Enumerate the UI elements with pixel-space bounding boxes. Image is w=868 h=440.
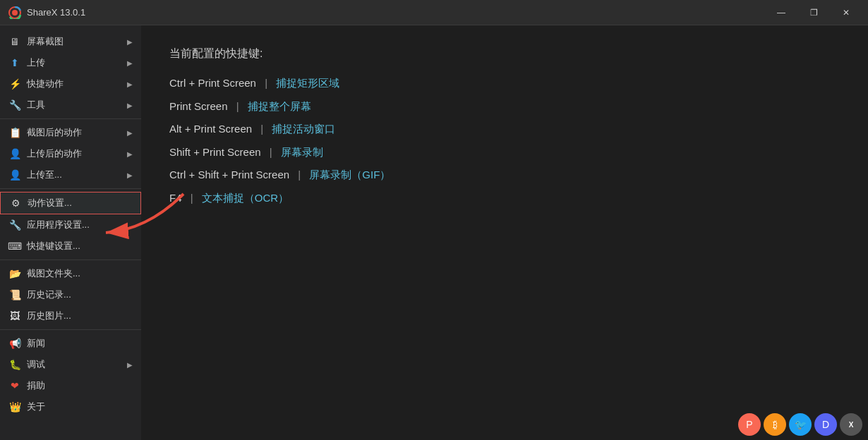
- workflow-icon: ⚡: [8, 78, 21, 90]
- appsettings-label: 应用程序设置...: [27, 219, 133, 231]
- sharex-button[interactable]: X: [840, 413, 862, 436]
- shortcut-action-4: 屏幕录制: [281, 146, 323, 158]
- shortcut-item-1: Ctrl + Print Screen | 捕捉矩形区域: [169, 75, 840, 92]
- sidebar-item-aftercapture[interactable]: 📋 截图后的动作 ▶: [0, 122, 141, 143]
- sidebar-item-appsettings[interactable]: 🔧 应用程序设置...: [0, 214, 141, 236]
- twitter-button[interactable]: 🐦: [789, 413, 812, 436]
- sidebar-item-upload[interactable]: ⬆ 上传 ▶: [0, 52, 141, 73]
- debug-arrow: ▶: [127, 361, 133, 369]
- sidebar-item-workflow[interactable]: ⚡ 快捷动作 ▶: [0, 73, 141, 94]
- shortcut-list: Ctrl + Print Screen | 捕捉矩形区域 Print Scree…: [169, 75, 840, 206]
- news-label: 新闻: [27, 337, 133, 350]
- shortcut-sep-1: |: [265, 77, 270, 89]
- shortcut-key-2: Print Screen: [169, 100, 228, 112]
- discord-button[interactable]: D: [814, 413, 837, 436]
- tools-label: 工具: [27, 99, 121, 111]
- sidebar-item-capturefolder[interactable]: 📂 截图文件夹...: [0, 263, 141, 284]
- upload-icon: ⬆: [8, 56, 21, 69]
- upload-arrow: ▶: [127, 59, 133, 67]
- sidebar-item-debug[interactable]: 🐛 调试 ▶: [0, 354, 141, 375]
- shortcut-item-5: Ctrl + Shift + Print Screen | 屏幕录制（GIF）: [169, 167, 840, 183]
- shortcut-key-3: Alt + Print Screen: [169, 123, 252, 135]
- bottom-bar: P ₿ 🐦 D X: [733, 409, 868, 440]
- afterupload-label: 上传后的动作: [27, 147, 121, 160]
- svg-point-1: [12, 10, 18, 16]
- workflow-arrow: ▶: [127, 80, 133, 88]
- afterupload-arrow: ▶: [127, 150, 133, 158]
- shortcut-action-6: 文本捕捉（OCR）: [202, 192, 289, 204]
- sidebar-item-capture[interactable]: 🖥 屏幕截图 ▶: [0, 31, 141, 52]
- about-icon: 👑: [8, 401, 21, 413]
- shortcut-key-4: Shift + Print Screen: [169, 146, 261, 158]
- shortcut-action-5: 屏幕录制（GIF）: [309, 169, 390, 181]
- sidebar: 🖥 屏幕截图 ▶ ⬆ 上传 ▶ ⚡ 快捷动作 ▶ 🔧 工具 ▶ 📋 截图后的动作…: [0, 25, 141, 440]
- capture-arrow: ▶: [127, 38, 133, 46]
- about-label: 关于: [27, 401, 133, 413]
- imagehistory-label: 历史图片...: [27, 310, 133, 322]
- donate-label: 捐助: [27, 379, 133, 392]
- hotkeys-label: 快捷键设置...: [27, 240, 133, 252]
- sidebar-item-afterupload[interactable]: 👤 上传后的动作 ▶: [0, 143, 141, 164]
- main-content: 🖥 屏幕截图 ▶ ⬆ 上传 ▶ ⚡ 快捷动作 ▶ 🔧 工具 ▶ 📋 截图后的动作…: [0, 25, 868, 440]
- sidebar-item-about[interactable]: 👑 关于: [0, 396, 141, 417]
- tools-arrow: ▶: [127, 102, 133, 109]
- title-bar: ShareX 13.0.1 — ❐ ✕: [0, 0, 868, 25]
- patreon-button[interactable]: P: [738, 413, 761, 436]
- debug-icon: 🐛: [8, 358, 21, 371]
- shortcut-item-4: Shift + Print Screen | 屏幕录制: [169, 145, 840, 161]
- aftercapture-icon: 📋: [8, 126, 21, 139]
- uploadto-label: 上传至...: [27, 169, 121, 181]
- history-label: 历史记录...: [27, 288, 133, 301]
- uploadto-arrow: ▶: [127, 171, 133, 179]
- shortcut-key-1: Ctrl + Print Screen: [169, 77, 256, 89]
- title-left: ShareX 13.0.1: [8, 6, 85, 19]
- shortcut-sep-3: |: [260, 123, 266, 135]
- workflow-label: 快捷动作: [27, 78, 121, 90]
- sep1: [0, 118, 141, 119]
- sidebar-item-imagehistory[interactable]: 🖼 历史图片...: [0, 305, 141, 326]
- donate-icon: ❤: [8, 379, 21, 392]
- app-title: ShareX 13.0.1: [27, 7, 85, 18]
- shortcut-item-6: F4 | 文本捕捉（OCR）: [169, 190, 840, 207]
- sidebar-item-donate[interactable]: ❤ 捐助: [0, 375, 141, 396]
- close-button[interactable]: ✕: [830, 2, 862, 23]
- sidebar-item-actionsettings[interactable]: ⚙ 动作设置...: [0, 192, 141, 214]
- hotkeys-icon: ⌨: [8, 240, 21, 252]
- sidebar-item-history[interactable]: 📜 历史记录...: [0, 284, 141, 305]
- capture-icon: 🖥: [8, 35, 21, 48]
- restore-button[interactable]: ❐: [797, 2, 830, 23]
- sidebar-item-tools[interactable]: 🔧 工具 ▶: [0, 94, 141, 116]
- afterupload-icon: 👤: [8, 147, 21, 160]
- sidebar-item-hotkeys[interactable]: ⌨ 快捷键设置...: [0, 236, 141, 257]
- actionsettings-label: 动作设置...: [28, 197, 132, 209]
- aftercapture-label: 截图后的动作: [27, 126, 121, 139]
- minimize-button[interactable]: —: [765, 2, 797, 23]
- shortcut-sep-5: |: [298, 169, 303, 181]
- shortcut-sep-6: |: [191, 192, 196, 204]
- shortcut-action-3: 捕捉活动窗口: [272, 123, 335, 135]
- content-area: 当前配置的快捷键: Ctrl + Print Screen | 捕捉矩形区域 P…: [141, 25, 868, 440]
- appsettings-icon: 🔧: [8, 219, 21, 231]
- app-icon: [8, 6, 21, 19]
- content-title: 当前配置的快捷键:: [169, 47, 840, 61]
- debug-label: 调试: [27, 358, 121, 371]
- shortcut-key-6: F4: [169, 192, 182, 204]
- shortcut-key-5: Ctrl + Shift + Print Screen: [169, 169, 289, 181]
- sep4: [0, 329, 141, 330]
- shortcut-action-1: 捕捉矩形区域: [276, 77, 339, 89]
- shortcut-action-2: 捕捉整个屏幕: [248, 100, 311, 112]
- sidebar-item-news[interactable]: 📢 新闻: [0, 333, 141, 354]
- sep3: [0, 259, 141, 260]
- upload-label: 上传: [27, 56, 121, 69]
- shortcut-item-3: Alt + Print Screen | 捕捉活动窗口: [169, 121, 840, 138]
- aftercapture-arrow: ▶: [127, 129, 133, 137]
- news-icon: 📢: [8, 337, 21, 350]
- capture-label: 屏幕截图: [27, 35, 121, 48]
- shortcut-sep-2: |: [236, 100, 242, 112]
- history-icon: 📜: [8, 288, 21, 301]
- imagehistory-icon: 🖼: [8, 310, 21, 322]
- bitcoin-button[interactable]: ₿: [764, 413, 786, 436]
- uploadto-icon: 👤: [8, 169, 21, 181]
- shortcut-item-2: Print Screen | 捕捉整个屏幕: [169, 99, 840, 115]
- sidebar-item-uploadto[interactable]: 👤 上传至... ▶: [0, 164, 141, 185]
